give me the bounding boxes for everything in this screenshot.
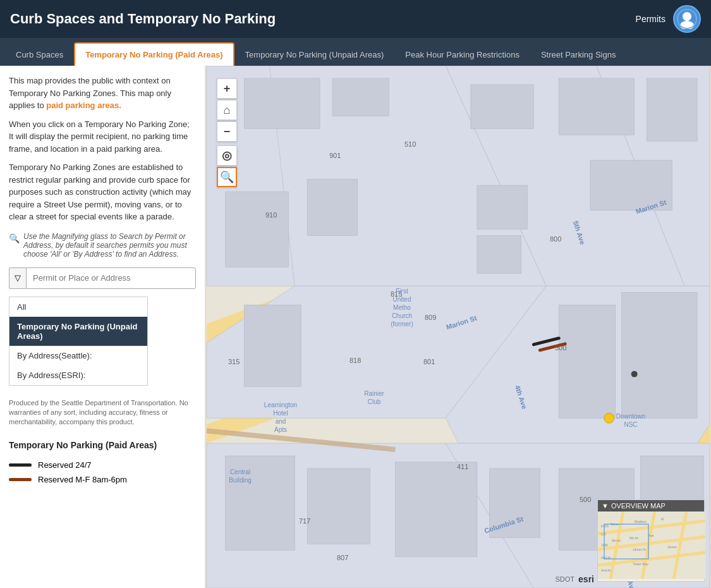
tab-curb-spaces[interactable]: Curb Spaces [5, 43, 74, 66]
header-right: Permits [636, 5, 701, 33]
legend-label-mf: Reserved M-F 8am-6pm [38, 475, 127, 484]
magnify-icon: 🔍 [9, 233, 20, 243]
search-hint: 🔍 Use the Magnifying glass to Search by … [9, 232, 196, 259]
avatar[interactable] [673, 5, 701, 33]
dropdown-item-all[interactable]: All [9, 297, 147, 317]
legend-label-247: Reserved 24/7 [38, 460, 92, 470]
svg-rect-30 [622, 292, 697, 418]
svg-rect-22 [647, 78, 698, 142]
svg-text:ICT: ICT [601, 532, 606, 536]
svg-text:Yesler Way: Yesler Way [633, 562, 648, 566]
svg-text:6th An: 6th An [629, 536, 638, 540]
svg-text:M: M [661, 517, 664, 521]
locate-button[interactable]: ◎ [217, 145, 237, 166]
sidebar: This map provides the public with contex… [0, 66, 205, 588]
overview-map-svg: ESS ICT Sene- Madison M 1096 6th An 6th … [598, 511, 705, 579]
dropdown-menu: All Temporary No Parking (Unpaid Areas) … [9, 297, 148, 386]
sidebar-description-1: This map provides the public with contex… [9, 75, 196, 112]
svg-rect-33 [395, 462, 477, 556]
svg-text:6th An: 6th An [612, 539, 621, 542]
svg-rect-25 [245, 305, 301, 386]
sidebar-footer: Produced by the Seattle Department of Tr… [9, 398, 196, 427]
legend-line-dark [9, 463, 32, 467]
svg-rect-19 [332, 78, 389, 116]
search-input[interactable] [26, 267, 196, 289]
app-header: Curb Spaces and Temporary No Parking Per… [0, 0, 711, 38]
svg-text:Madison: Madison [635, 520, 647, 524]
svg-rect-23 [226, 192, 289, 267]
overview-map-header: ▼ OVERVIEW MAP [598, 500, 704, 511]
search-row: ▽ [9, 267, 196, 289]
svg-text:James: James [667, 545, 677, 549]
svg-text:ESS: ESS [601, 524, 609, 528]
svg-rect-27 [477, 236, 521, 274]
tab-temp-no-parking-unpaid[interactable]: Temporary No Parking (Unpaid Areas) [234, 43, 395, 66]
svg-point-39 [604, 413, 614, 423]
legend-item-mf: Reserved M-F 8am-6pm [9, 475, 196, 484]
svg-text:James St: James St [633, 548, 646, 551]
svg-rect-21 [559, 78, 634, 135]
avatar-icon [677, 9, 697, 29]
zoom-out-button[interactable]: − [217, 121, 237, 142]
legend-line-brown [9, 478, 32, 481]
svg-rect-20 [471, 85, 534, 129]
svg-rect-34 [490, 469, 540, 537]
legend-title: Temporary No Parking (Paid Areas) [9, 440, 196, 450]
sidebar-description-2: When you click on a Temporary No Parking… [9, 118, 196, 156]
svg-rect-29 [559, 305, 616, 418]
svg-rect-18 [245, 78, 320, 129]
tab-bar: Curb Spaces Temporary No Parking (Paid A… [0, 38, 711, 66]
svg-text:Ave: Ave [648, 534, 654, 537]
zoom-in-button[interactable]: + [217, 78, 237, 99]
tab-temp-no-parking-paid[interactable]: Temporary No Parking (Paid Areas) [74, 42, 234, 66]
search-hint-text: Use the Magnifying glass to Search by Pe… [23, 232, 196, 259]
map-attribution: SDOT esri [556, 574, 594, 584]
overview-map: ▼ OVERVIEW MAP ESS ICT Sene- Madison M 1… [597, 499, 705, 582]
permits-link[interactable]: Permits [636, 14, 665, 24]
sidebar-description-3: Temporary No Parking Zones are establish… [9, 161, 196, 223]
home-button[interactable]: ⌂ [217, 100, 237, 120]
legend-items: Reserved 24/7 Reserved M-F 8am-6pm [9, 460, 196, 484]
map-controls: + ⌂ − ◎ 🔍 [217, 78, 237, 187]
tab-peak-hour[interactable]: Peak Hour Parking Restrictions [394, 43, 530, 66]
attribution-sdot: SDOT [556, 575, 575, 583]
search-map-button[interactable]: 🔍 [217, 167, 237, 187]
map-container[interactable]: Marion St Marion St Columbia St Columbia… [205, 66, 711, 588]
svg-text:And An: And An [601, 568, 611, 572]
search-dropdown-button[interactable]: ▽ [9, 267, 26, 289]
tab-street-parking-signs[interactable]: Street Parking Signs [530, 43, 627, 66]
svg-rect-31 [226, 456, 295, 550]
dropdown-item-unpaid[interactable]: Temporary No Parking (Unpaid Areas) [9, 317, 147, 346]
overview-chevron: ▼ [602, 502, 609, 510]
svg-rect-26 [477, 185, 528, 230]
dropdown-item-address-seattle[interactable]: By Address(Seattle): [9, 346, 147, 365]
svg-point-38 [631, 371, 638, 377]
svg-rect-32 [307, 469, 370, 544]
legend-item-247: Reserved 24/7 [9, 460, 196, 470]
app-title: Curb Spaces and Temporary No Parking [10, 11, 276, 27]
svg-point-0 [683, 12, 691, 21]
svg-rect-28 [590, 160, 672, 211]
svg-rect-24 [307, 179, 358, 236]
overview-map-label: OVERVIEW MAP [611, 502, 665, 510]
main-content: This map provides the public with contex… [0, 66, 711, 588]
dropdown-item-address-esri[interactable]: By Address(ESRI): [9, 365, 147, 385]
attribution-esri: esri [578, 574, 594, 584]
